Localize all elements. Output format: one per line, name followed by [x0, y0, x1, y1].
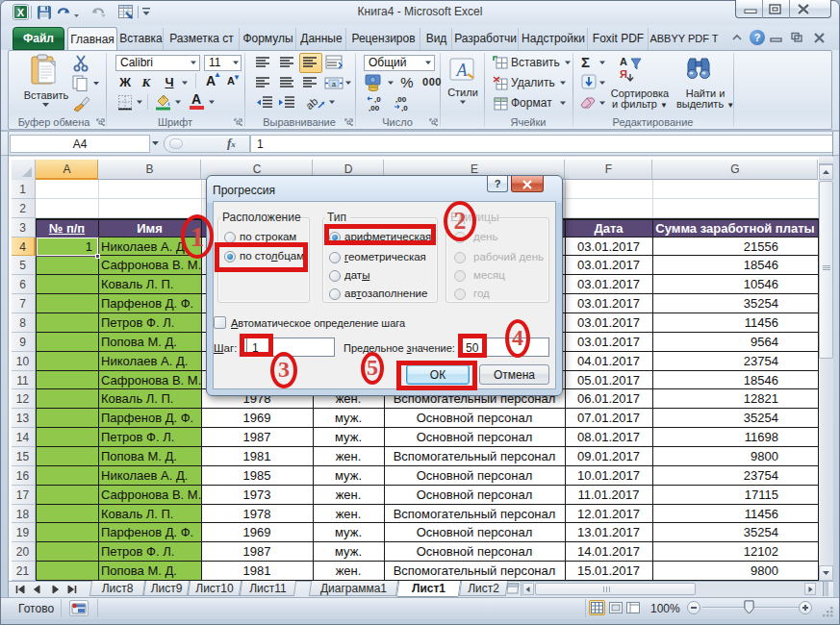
svg-text:,00: ,00 [369, 104, 380, 112]
svg-text:a: a [332, 81, 336, 88]
svg-text:А: А [620, 56, 627, 67]
svg-text:A: A [456, 61, 469, 80]
svg-text:,0: ,0 [401, 104, 408, 112]
svg-text:Я: Я [620, 68, 627, 80]
svg-text:ab: ab [305, 95, 319, 111]
